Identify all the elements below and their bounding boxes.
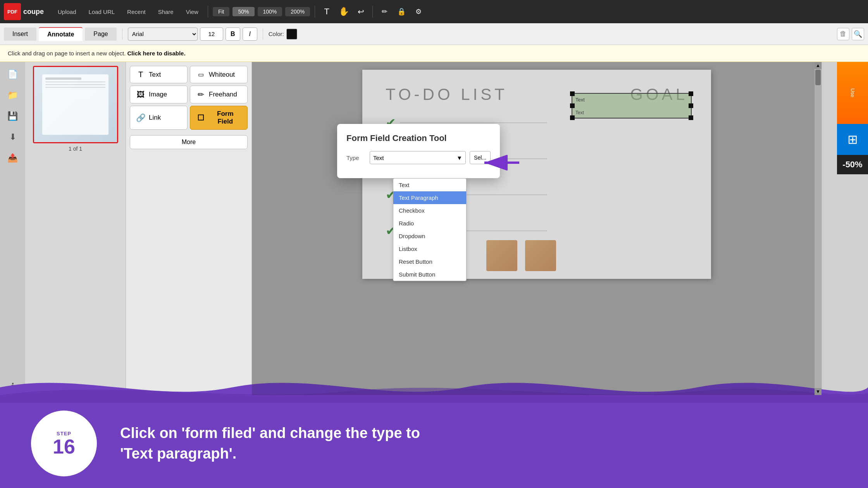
image-tool-label: Image [149, 91, 167, 98]
arrow-annotation [477, 155, 523, 172]
dropdown-item-text-paragraph[interactable]: Text Paragraph [393, 191, 466, 204]
logo-icon: PDF [4, 3, 21, 20]
logo-area: PDF coupe [4, 3, 44, 20]
instruction-line-1: Click on 'form filed' and change the typ… [120, 424, 420, 443]
dropdown-arrow-icon: ▼ [456, 155, 462, 161]
step-circle: Step 16 [31, 411, 97, 476]
step-number: 16 [53, 436, 75, 457]
dropdown-item-dropdown[interactable]: Dropdown [393, 230, 466, 242]
text-tool-button[interactable]: T Text [130, 66, 188, 83]
freehand-tool-icon: ✏ [196, 90, 206, 99]
sidebar-download-icon[interactable]: ⬇ [4, 129, 21, 146]
sidebar-file-icon[interactable]: 📄 [4, 66, 21, 83]
whiteout-tool-label: Whiteout [209, 71, 235, 79]
font-select[interactable]: Arial [128, 27, 198, 41]
windows-badge: ⊞ [837, 124, 868, 155]
pdf-wrapper: ▲ ▼ TO-DO LIST GOAL ✔ ✔ [252, 62, 822, 395]
dropdown-item-listbox[interactable]: Listbox [393, 242, 466, 255]
dropdown-item-reset-button[interactable]: Reset Button [393, 255, 466, 268]
color-swatch[interactable] [286, 29, 297, 40]
whiteout-tool-button[interactable]: ▭ Whiteout [190, 66, 248, 83]
sidebar-folder-icon[interactable]: 📁 [4, 87, 21, 104]
arrow-svg [477, 155, 523, 170]
content-area: 📄 📁 💾 ⬇ 📤 ℹ 1 of 1 [0, 62, 868, 395]
modal-type-row: Type Text ▼ Text Text Paragraph Checkbox… [346, 151, 491, 164]
settings-icon[interactable]: ⚙ [412, 5, 425, 19]
view-button[interactable]: View [181, 7, 203, 17]
lock-icon[interactable]: 🔒 [394, 5, 408, 19]
sidebar-save-icon[interactable]: 💾 [4, 108, 21, 125]
use-text: Use [850, 88, 856, 97]
logo-subtitle: coupe [23, 8, 44, 16]
hand-tool-icon[interactable]: ✋ [337, 5, 351, 19]
fit-zoom-button[interactable]: Fit [213, 7, 230, 16]
instruction-line-2: 'Text paragraph'. [120, 444, 420, 463]
form-field-tool-button[interactable]: ☐ Form Field [190, 106, 248, 130]
link-tool-button[interactable]: 🔗 Link [130, 106, 188, 130]
dropdown-item-text[interactable]: Text [393, 179, 466, 191]
recent-button[interactable]: Recent [122, 7, 150, 17]
separator-2 [315, 6, 315, 17]
whiteout-tool-icon: ▭ [196, 71, 206, 78]
bold-button[interactable]: B [226, 27, 240, 41]
search-icon[interactable]: 🔍 [852, 28, 864, 40]
thumbnail-frame[interactable] [33, 66, 118, 143]
dropdown-item-submit-button[interactable]: Submit Button [393, 268, 466, 281]
discount-label: -50% [842, 160, 862, 170]
left-sidebar-icons: 📄 📁 💾 ⬇ 📤 ℹ [0, 62, 25, 395]
right-orange-bar: Use [837, 62, 868, 124]
form-field-tool-icon: ☐ [196, 113, 206, 122]
text-tool-label: Text [149, 71, 161, 79]
notification-bar: Click and drag on page to insert a new o… [0, 45, 868, 62]
share-button[interactable]: Share [153, 7, 178, 17]
selected-type-text: Text [373, 155, 384, 161]
tab-page[interactable]: Page [85, 27, 116, 41]
zoom-50-button[interactable]: 50% [232, 7, 254, 16]
dropdown-item-radio[interactable]: Radio [393, 217, 466, 230]
thumbnail-panel: 1 of 1 [25, 62, 126, 395]
type-dropdown-list: Text Text Paragraph Checkbox Radio Dropd… [393, 178, 467, 281]
edit-icon[interactable]: ✏ [377, 5, 391, 19]
type-select-container: Text ▼ Text Text Paragraph Checkbox Radi… [370, 151, 466, 164]
more-button[interactable]: More [130, 135, 248, 149]
sidebar-share-icon[interactable]: 📤 [4, 149, 21, 167]
image-tool-button[interactable]: 🖼 Image [130, 86, 188, 103]
zoom-200-button[interactable]: 200% [285, 7, 310, 16]
separator-4 [122, 28, 122, 40]
dropdown-item-checkbox[interactable]: Checkbox [393, 204, 466, 217]
text-tool-icon: T [136, 70, 146, 79]
tools-grid: T Text ▭ Whiteout 🖼 Image ✏ Freehand 🔗 L… [126, 62, 251, 134]
separator-5 [263, 28, 263, 40]
freehand-tool-button[interactable]: ✏ Freehand [190, 86, 248, 103]
notification-text: Click and drag on page to insert a new o… [8, 50, 126, 57]
right-panel: Use ⊞ -50% [822, 62, 868, 395]
zoom-100-button[interactable]: 100% [258, 7, 282, 16]
form-field-creation-dialog: Form Field Creation Tool Type Text ▼ Tex… [337, 124, 500, 178]
font-size-input[interactable] [200, 27, 223, 41]
type-select-display[interactable]: Text ▼ [370, 151, 466, 164]
italic-button[interactable]: I [243, 27, 257, 41]
undo-icon[interactable]: ↩ [354, 5, 368, 19]
upload-button[interactable]: Upload [53, 7, 81, 17]
text-cursor-icon[interactable]: T [320, 5, 334, 19]
load-url-button[interactable]: Load URL [84, 7, 120, 17]
bottom-content: Step 16 Click on 'form filed' and change… [0, 411, 868, 488]
notification-cta[interactable]: Click here to disable. [127, 50, 186, 57]
link-tool-icon: 🔗 [136, 113, 146, 122]
form-field-tool-label: Form Field [209, 110, 242, 125]
discount-badge: -50% [837, 155, 868, 174]
top-toolbar: PDF coupe Upload Load URL Recent Share V… [0, 0, 868, 23]
image-tool-icon: 🖼 [136, 90, 146, 99]
link-tool-label: Link [149, 114, 161, 122]
left-tools-panel: T Text ▭ Whiteout 🖼 Image ✏ Freehand 🔗 L… [126, 62, 252, 395]
logo-text: PDF [7, 9, 17, 15]
delete-icon[interactable]: 🗑 [837, 28, 849, 40]
tab-annotate[interactable]: Annotate [39, 27, 83, 41]
separator-1 [208, 6, 208, 17]
modal-overlay: Form Field Creation Tool Type Text ▼ Tex… [252, 62, 822, 395]
modal-title: Form Field Creation Tool [346, 133, 491, 143]
bottom-section: Step 16 Click on 'form filed' and change… [0, 395, 868, 488]
secondary-toolbar: Insert Annotate Page Arial B I Color: 🗑 … [0, 23, 868, 45]
thumbnail-image [34, 67, 117, 142]
tab-insert[interactable]: Insert [4, 27, 36, 41]
